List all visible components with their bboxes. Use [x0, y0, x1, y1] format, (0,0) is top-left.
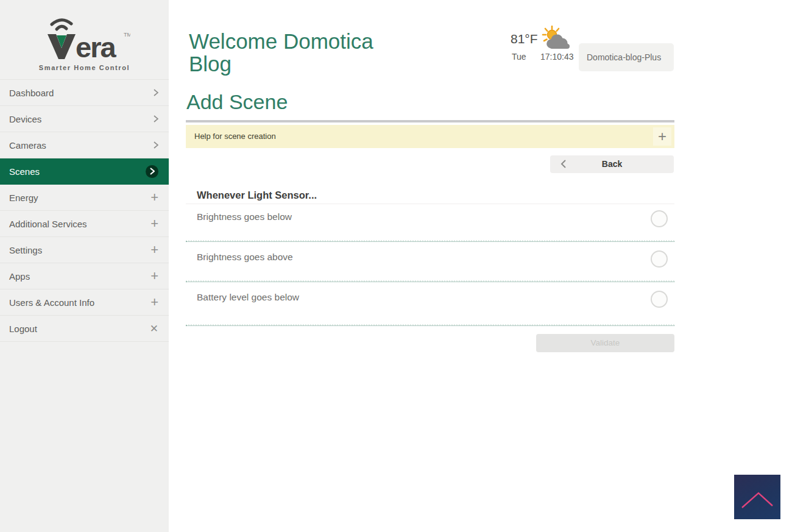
- radio-battery-level-goes-below[interactable]: [651, 291, 668, 308]
- chevron-up-icon: [734, 475, 780, 519]
- welcome-heading: Welcome Domotica Blog: [189, 30, 394, 76]
- plus-icon: +: [150, 243, 158, 257]
- temperature-reading: 81°F: [511, 32, 538, 46]
- page-title: Add Scene: [186, 90, 288, 114]
- dotted-separator: [186, 240, 674, 242]
- expand-plus-icon[interactable]: +: [653, 127, 671, 146]
- radio-brightness-goes-above[interactable]: [651, 250, 668, 268]
- help-accordion-label: Help for scene creation: [194, 132, 276, 141]
- sun-behind-cloud-icon: [542, 26, 572, 54]
- sidebar-item-energy[interactable]: Energy +: [0, 185, 169, 211]
- trigger-option-label: Battery level goes below: [197, 292, 299, 303]
- main-content: Welcome Domotica Blog 81°F Tue 17:10:43 …: [169, 0, 792, 532]
- logo-tagline: Smarter Home Control: [27, 64, 143, 71]
- close-icon: ✕: [150, 324, 158, 334]
- app-window: era TM Smarter Home Control Dashboard De…: [0, 0, 792, 532]
- weekday-label: Tue: [512, 52, 526, 62]
- svg-text:TM: TM: [124, 32, 130, 38]
- trigger-section-heading: Whenever Light Sensor...: [197, 190, 317, 201]
- heading-rule: [186, 204, 674, 204]
- radio-brightness-goes-below[interactable]: [651, 210, 668, 227]
- trigger-option-label: Brightness goes below: [197, 211, 292, 222]
- sidebar-item-additional-services[interactable]: Additional Services +: [0, 211, 169, 237]
- sidebar-item-users-account-info[interactable]: Users & Account Info +: [0, 289, 169, 316]
- plus-icon: +: [150, 296, 158, 309]
- plus-icon: +: [150, 191, 158, 204]
- section-divider-bar: [186, 120, 674, 122]
- chevron-right-icon: [154, 89, 158, 96]
- chevron-right-icon: [154, 115, 158, 122]
- sidebar-item-cameras[interactable]: Cameras: [0, 132, 169, 158]
- chevron-right-circle-icon: [146, 165, 158, 178]
- sidebar-item-settings[interactable]: Settings +: [0, 237, 169, 263]
- back-button[interactable]: Back: [550, 155, 674, 173]
- sidebar-menu: Dashboard Devices Cameras Scenes: [0, 79, 169, 342]
- help-accordion-header[interactable]: Help for scene creation +: [186, 125, 674, 148]
- dotted-separator: [186, 280, 674, 282]
- vera-logo: era TM Smarter Home Control: [27, 16, 143, 71]
- trigger-option-label: Brightness goes above: [197, 252, 293, 263]
- scroll-to-top-tile[interactable]: [734, 475, 780, 519]
- vera-logo-icon: era TM: [39, 16, 130, 63]
- chevron-right-icon: [154, 141, 158, 149]
- sidebar: era TM Smarter Home Control Dashboard De…: [0, 0, 169, 532]
- svg-text:era: era: [76, 31, 116, 63]
- sidebar-item-logout[interactable]: Logout ✕: [0, 316, 169, 342]
- dotted-separator: [186, 324, 674, 326]
- sidebar-item-dashboard[interactable]: Dashboard: [0, 80, 169, 106]
- plus-icon: +: [150, 269, 158, 283]
- sidebar-item-scenes[interactable]: Scenes: [0, 158, 169, 185]
- controller-selector[interactable]: Domotica-blog-Plus: [579, 43, 674, 71]
- clock-time: 17:10:43: [540, 52, 574, 62]
- plus-icon: +: [150, 217, 158, 230]
- chevron-left-icon: [560, 160, 566, 171]
- validate-button[interactable]: Validate: [536, 334, 674, 352]
- sidebar-item-apps[interactable]: Apps +: [0, 263, 169, 289]
- sidebar-item-devices[interactable]: Devices: [0, 106, 169, 132]
